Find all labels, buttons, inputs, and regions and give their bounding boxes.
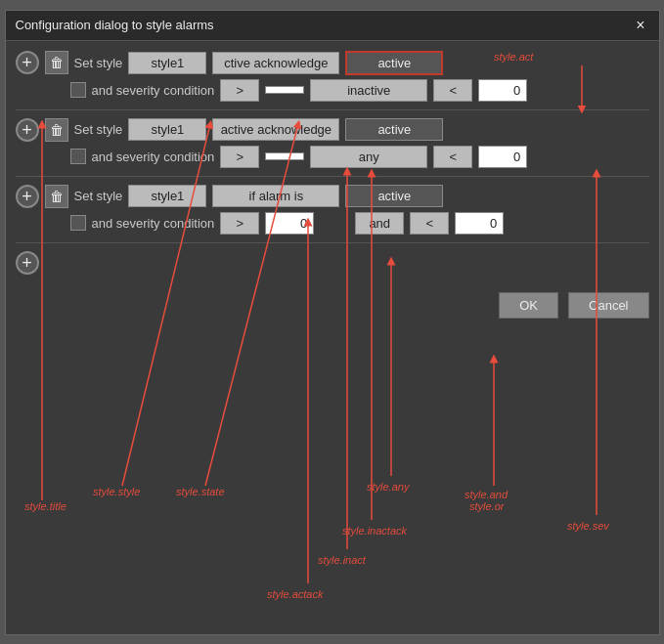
spacer-2: any [310,146,427,168]
operator-select-2a[interactable]: > [220,146,259,168]
style-select-3[interactable]: style1 [128,185,206,207]
state-select-2[interactable]: active [345,118,443,141]
delete-rule-button-3[interactable]: 🗑 [45,185,68,208]
any-select-2[interactable]: any [310,146,427,168]
number-input-3a[interactable]: 0 [265,212,314,235]
svg-text:style.inactack: style.inactack [342,525,408,537]
svg-text:style.any: style.any [367,481,411,493]
state-select-3[interactable]: active [345,185,443,207]
operator-select-1a[interactable]: > [220,79,259,102]
dialog-title-bar: Configuration dialog to style alarms × [6,11,659,41]
severity-label-3: and severity condition [92,216,215,231]
severity-checkbox-1[interactable] [70,82,86,98]
add-rule-button-3[interactable]: + [16,185,39,208]
severity-row-3: and severity condition > 0 and < 0 [16,212,649,235]
and-select-3[interactable]: and [355,212,404,235]
number-input-2a[interactable] [265,152,304,160]
cancel-button[interactable]: Cancel [568,292,648,319]
operator-select-3b[interactable]: < [410,212,449,235]
operator-select-2b[interactable]: < [433,146,472,168]
divider-1 [16,109,649,110]
severity-label-2: and severity condition [92,150,215,164]
number-input-2b[interactable]: 0 [478,146,527,168]
set-style-row-1: + 🗑 Set style style1 ctive acknowledge a… [16,51,649,75]
close-button[interactable]: × [632,17,648,34]
condition-select-2[interactable]: active acknowledge [212,118,339,141]
delete-rule-button-2[interactable]: 🗑 [45,118,68,142]
svg-text:style.and: style.and [465,489,509,500]
set-style-label-3: Set style [74,189,123,203]
severity-row-1: and severity condition > inactive < 0 [16,79,649,102]
inactive-select-1[interactable]: inactive [310,79,427,102]
rule-row-3: + 🗑 Set style style1 if alarm is active … [16,185,649,235]
svg-text:style.sev: style.sev [567,520,610,532]
condition-select-1[interactable]: ctive acknowledge [212,52,339,74]
state-select-1[interactable]: active [345,51,443,75]
svg-text:style.actack: style.actack [267,588,324,600]
style-select-1[interactable]: style1 [128,52,206,74]
add-rule-button-2[interactable]: + [16,118,39,142]
style-select-2[interactable]: style1 [128,118,206,141]
svg-text:style.inact: style.inact [318,554,367,566]
ok-button[interactable]: OK [499,292,558,319]
set-style-label-2: Set style [74,122,123,137]
add-row: + [16,251,649,275]
severity-checkbox-2[interactable] [70,149,86,164]
severity-checkbox-3[interactable] [70,215,86,231]
operator-select-3a[interactable]: > [220,212,259,235]
svg-text:style.title: style.title [24,500,66,512]
set-style-label-1: Set style [74,56,123,70]
set-style-row-2: + 🗑 Set style style1 active acknowledge … [16,118,649,142]
rule-row-1: + 🗑 Set style style1 ctive acknowledge a… [16,51,649,102]
dialog-title: Configuration dialog to style alarms [16,18,214,32]
svg-text:style.style: style.style [93,486,140,497]
condition-select-3[interactable]: if alarm is [212,185,339,207]
add-rule-button-1[interactable]: + [16,51,39,74]
add-new-rule-button[interactable]: + [16,251,39,275]
delete-rule-button-1[interactable]: 🗑 [45,51,68,74]
number-input-1a[interactable] [265,86,304,94]
svg-text:style.or: style.or [469,500,506,512]
dialog-body: + 🗑 Set style style1 ctive acknowledge a… [6,41,659,284]
set-style-row-3: + 🗑 Set style style1 if alarm is active [16,185,649,208]
operator-select-1b[interactable]: < [433,79,472,102]
number-input-1b[interactable]: 0 [478,79,527,102]
spacer-1: inactive [310,79,427,102]
number-input-3b[interactable]: 0 [455,212,504,235]
rule-row-2: + 🗑 Set style style1 active acknowledge … [16,118,649,168]
divider-3 [16,242,649,243]
severity-label-1: and severity condition [92,83,215,98]
dialog-footer: OK Cancel [6,284,659,328]
severity-row-2: and severity condition > any < 0 [16,146,649,168]
configuration-dialog: Configuration dialog to style alarms × +… [5,10,660,635]
divider-2 [16,176,649,177]
svg-text:style.state: style.state [176,486,225,497]
